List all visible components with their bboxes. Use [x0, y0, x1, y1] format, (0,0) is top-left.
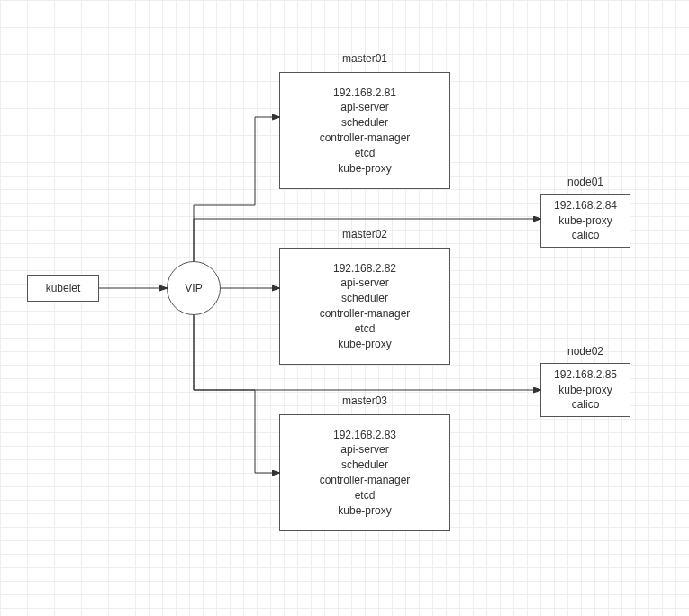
vip-label: VIP: [185, 282, 202, 294]
kubelet-label: kubelet: [46, 281, 81, 296]
node02-box: 192.168.2.85 kube-proxy calico: [540, 363, 630, 417]
master02-l3: etcd: [355, 322, 376, 337]
master02-box: 192.168.2.82 api-server scheduler contro…: [279, 248, 450, 365]
master01-box: 192.168.2.81 api-server scheduler contro…: [279, 72, 450, 189]
master01-l3: etcd: [355, 146, 376, 161]
master03-l0: api-server: [340, 442, 388, 457]
master03-ip: 192.168.2.83: [333, 428, 396, 443]
node01-box: 192.168.2.84 kube-proxy calico: [540, 194, 630, 248]
master03-l4: kube-proxy: [338, 503, 391, 519]
master02-l1: scheduler: [341, 291, 388, 306]
master01-title: master01: [279, 52, 450, 65]
master01-l1: scheduler: [341, 115, 388, 131]
master03-l2: controller-manager: [320, 473, 411, 488]
master02-title: master02: [279, 228, 450, 240]
node01-l1: calico: [572, 228, 600, 243]
master01-l2: controller-manager: [320, 131, 411, 146]
master01-l0: api-server: [340, 100, 388, 115]
master02-ip: 192.168.2.82: [333, 261, 396, 276]
master03-box: 192.168.2.83 api-server scheduler contro…: [279, 414, 450, 531]
kubelet-box: kubelet: [27, 275, 99, 302]
node01-ip: 192.168.2.84: [554, 198, 617, 213]
master01-l4: kube-proxy: [338, 161, 391, 177]
master03-l1: scheduler: [341, 457, 388, 473]
master02-l2: controller-manager: [320, 306, 411, 322]
node01-l0: kube-proxy: [558, 213, 612, 229]
master01-ip: 192.168.2.81: [333, 86, 396, 101]
node02-l1: calico: [572, 397, 600, 412]
master02-l4: kube-proxy: [338, 337, 391, 352]
node02-l0: kube-proxy: [558, 383, 612, 398]
master03-l3: etcd: [355, 488, 376, 503]
node02-title: node02: [540, 345, 630, 358]
master02-l0: api-server: [340, 276, 388, 291]
vip-circle: VIP: [167, 261, 221, 315]
master03-title: master03: [279, 394, 450, 407]
node02-ip: 192.168.2.85: [554, 367, 617, 383]
node01-title: node01: [540, 176, 630, 188]
